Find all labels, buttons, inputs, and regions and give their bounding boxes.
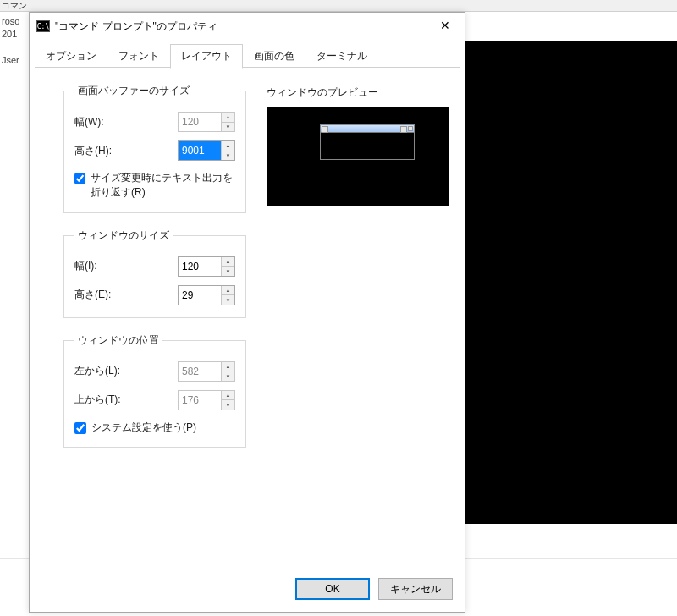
spinner-down-icon[interactable]: ▼ — [222, 151, 234, 161]
close-button[interactable]: ✕ — [426, 13, 465, 38]
spinner-down-icon[interactable]: ▼ — [222, 371, 234, 381]
spinner-up-icon[interactable]: ▲ — [222, 362, 234, 372]
tab-options[interactable]: オプション — [35, 44, 107, 69]
tab-strip: オプション フォント レイアウト 画面の色 ターミナル — [30, 40, 465, 68]
dialog-content: 画面バッファーのサイズ 幅(W): ▲ ▼ 高さ(H): — [30, 69, 465, 566]
preview-title: ウィンドウのプレビュー — [267, 85, 449, 100]
window-top-spinner[interactable]: ▲ ▼ — [178, 390, 235, 410]
spinner-down-icon[interactable]: ▼ — [222, 400, 234, 410]
background-titlebar: コマン — [0, 0, 677, 12]
window-height-spinner[interactable]: ▲ ▼ — [178, 285, 235, 305]
bg-text: Jser — [2, 55, 19, 65]
spinner-up-icon[interactable]: ▲ — [222, 141, 234, 151]
dialog-title: "コマンド プロンプト"のプロパティ — [55, 19, 217, 34]
wrap-checkbox[interactable] — [74, 173, 85, 184]
preview-button-icon — [408, 126, 413, 131]
spinner-up-icon[interactable]: ▲ — [222, 257, 234, 267]
tab-underline — [35, 67, 460, 68]
right-column: ウィンドウのプレビュー — [267, 84, 449, 566]
preview-titlebar-icon — [321, 125, 414, 133]
tab-font[interactable]: フォント — [107, 44, 170, 69]
window-width-spinner[interactable]: ▲ ▼ — [178, 256, 235, 277]
wrap-label: サイズ変更時にテキスト出力を折り返す(R) — [91, 171, 235, 201]
dialog-titlebar: C:\ "コマンド プロンプト"のプロパティ ✕ — [30, 13, 465, 40]
buffer-size-legend: 画面バッファーのサイズ — [74, 84, 193, 98]
buffer-height-spinner[interactable]: ▲ ▼ — [178, 140, 235, 161]
spinner-down-icon[interactable]: ▼ — [222, 123, 234, 132]
tab-layout[interactable]: レイアウト — [170, 44, 243, 69]
use-system-label: システム設定を使う(P) — [91, 421, 196, 435]
buffer-size-group: 画面バッファーのサイズ 幅(W): ▲ ▼ 高さ(H): — [63, 84, 246, 213]
window-left-spinner[interactable]: ▲ ▼ — [178, 361, 235, 382]
cancel-button[interactable]: キャンセル — [378, 578, 453, 600]
spinner-down-icon[interactable]: ▼ — [222, 267, 234, 276]
spinner-up-icon[interactable]: ▲ — [222, 113, 234, 123]
properties-dialog: C:\ "コマンド プロンプト"のプロパティ ✕ オプション フォント レイアウ… — [29, 12, 465, 613]
buffer-width-input[interactable] — [179, 113, 221, 131]
tab-terminal[interactable]: ターミナル — [305, 44, 378, 69]
spinner-up-icon[interactable]: ▲ — [222, 286, 234, 296]
tab-colors[interactable]: 画面の色 — [243, 44, 305, 69]
window-top-label: 上から(T): — [74, 393, 121, 407]
window-size-group: ウィンドウのサイズ 幅(I): ▲ ▼ 高さ(E): — [63, 228, 246, 318]
window-width-label: 幅(I): — [74, 259, 97, 273]
buffer-width-spinner[interactable]: ▲ ▼ — [178, 112, 235, 132]
window-height-label: 高さ(E): — [74, 288, 111, 302]
buffer-height-input[interactable] — [179, 141, 221, 160]
window-width-input[interactable] — [179, 257, 221, 276]
bg-text: 201 — [2, 29, 17, 39]
window-top-input[interactable] — [179, 391, 221, 410]
cmd-icon: C:\ — [36, 20, 50, 32]
window-height-input[interactable] — [179, 286, 221, 305]
preview-window-icon — [320, 124, 415, 160]
window-position-legend: ウィンドウの位置 — [74, 333, 162, 348]
window-position-group: ウィンドウの位置 左から(L): ▲ ▼ 上から(T): — [63, 333, 246, 448]
bg-text: roso — [2, 16, 19, 26]
dialog-button-row: OK キャンセル — [30, 566, 465, 612]
background-left-strip: roso 201 Jser — [0, 12, 29, 525]
window-left-input[interactable] — [179, 362, 221, 381]
background-cmd-window — [465, 41, 677, 524]
window-left-label: 左から(L): — [74, 364, 120, 378]
use-system-checkbox[interactable] — [74, 422, 86, 434]
ok-button[interactable]: OK — [295, 578, 370, 600]
buffer-width-label: 幅(W): — [74, 115, 104, 129]
window-size-legend: ウィンドウのサイズ — [74, 228, 173, 243]
spinner-down-icon[interactable]: ▼ — [222, 295, 234, 305]
window-preview — [267, 107, 449, 206]
spinner-up-icon[interactable]: ▲ — [222, 391, 234, 401]
left-column: 画面バッファーのサイズ 幅(W): ▲ ▼ 高さ(H): — [63, 84, 246, 566]
buffer-height-label: 高さ(H): — [74, 144, 112, 158]
